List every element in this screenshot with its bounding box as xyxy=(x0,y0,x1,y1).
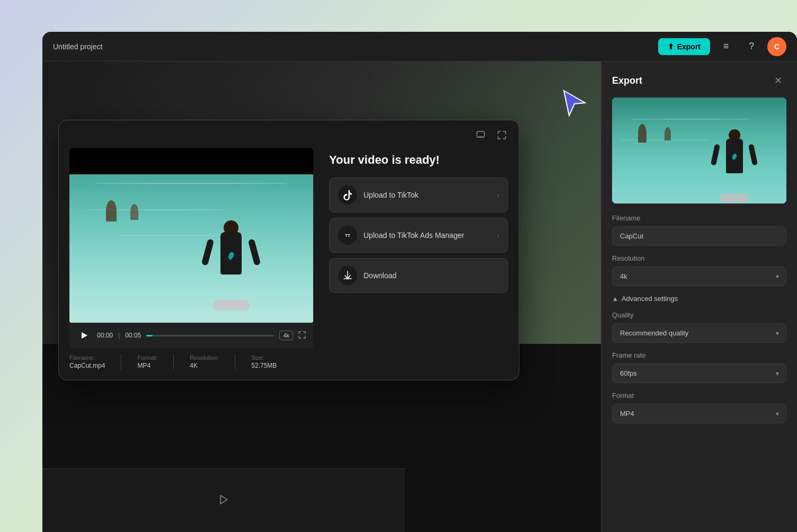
frame-rate-section: Frame rate 60fps 30fps 24fps ▾ xyxy=(612,351,786,383)
filename-settings-label: Filename xyxy=(612,214,786,222)
preview-dialog: 00:00 | 00:05 4k xyxy=(58,120,519,380)
download-label: Download xyxy=(364,271,499,280)
current-time: 00:00 xyxy=(97,332,113,339)
tiktok-arrow-icon: › xyxy=(497,191,499,199)
thumbnail-scene xyxy=(612,97,786,203)
format-settings-label: Format xyxy=(612,392,786,400)
frame-rate-select-wrapper: 60fps 30fps 24fps ▾ xyxy=(612,363,786,383)
download-icon xyxy=(338,266,357,285)
tiktok-icon xyxy=(338,185,357,205)
format-select[interactable]: MP4 MOV AVI xyxy=(612,404,786,423)
format-section: Format MP4 MOV AVI ▾ xyxy=(612,392,786,423)
panel-thumbnail xyxy=(612,97,786,203)
time-separator: | xyxy=(118,332,120,339)
settings-section: Filename Resolution 4k 1080p 720p 480p ▾ xyxy=(601,214,797,423)
video-controls: 00:00 | 00:05 4k xyxy=(69,323,313,348)
download-button[interactable]: Download xyxy=(329,258,508,293)
quality-settings-label: Quality xyxy=(612,311,786,319)
quality-section: Quality Recommended quality High quality… xyxy=(612,311,786,343)
quality-badge: 4k xyxy=(279,331,293,340)
app-window: Untitled project ⬆ Export ≡ ? C xyxy=(42,32,797,532)
user-avatar-button[interactable]: C xyxy=(767,37,786,56)
queue-icon: ≡ xyxy=(723,41,729,52)
timeline-play-button[interactable] xyxy=(218,493,229,508)
fullscreen-button[interactable] xyxy=(298,331,306,340)
advanced-settings-toggle[interactable]: ▲ Advanced settings xyxy=(612,295,678,303)
panel-header: Export ✕ xyxy=(601,61,797,97)
progress-bar[interactable] xyxy=(146,335,274,336)
queue-icon-button[interactable]: ≡ xyxy=(716,37,736,56)
quality-select[interactable]: Recommended quality High quality Medium … xyxy=(612,323,786,343)
divider-1 xyxy=(121,354,121,369)
divider-3 xyxy=(235,354,235,369)
filename-value: CapCut.mp4 xyxy=(69,362,105,369)
video-preview: 00:00 | 00:05 4k xyxy=(69,148,313,369)
resolution-label: Resolution: xyxy=(190,354,219,361)
upload-tiktok-button[interactable]: Upload to TikTok › xyxy=(329,178,508,212)
dialog-header xyxy=(59,120,519,148)
format-select-wrapper: MP4 MOV AVI ▾ xyxy=(612,404,786,423)
filename-section: Filename xyxy=(612,214,786,254)
tiktok-label: Upload to TikTok xyxy=(364,191,490,199)
resolution-select-wrapper: 4k 1080p 720p 480p ▾ xyxy=(612,267,786,286)
close-button[interactable]: ✕ xyxy=(769,72,786,89)
top-bar-left: Untitled project xyxy=(53,42,102,51)
surf-scene xyxy=(69,148,313,323)
resolution-info: Resolution: 4K xyxy=(190,354,219,369)
tiktok-ads-arrow-icon: › xyxy=(497,231,499,240)
top-bar: Untitled project ⬆ Export ≡ ? C xyxy=(42,32,797,61)
size-value: 52.75MB xyxy=(251,362,277,369)
upload-icon: ⬆ xyxy=(668,42,674,51)
divider-2 xyxy=(173,354,174,369)
export-button[interactable]: ⬆ Export xyxy=(658,38,710,55)
filename-info: Filename: CapCut.mp4 xyxy=(69,354,105,369)
help-icon: ? xyxy=(749,41,754,52)
editor-area: 00:00 | 00:05 4k xyxy=(42,61,601,532)
panel-title: Export xyxy=(612,75,642,86)
comment-icon-button[interactable] xyxy=(472,127,489,144)
filename-label: Filename: xyxy=(69,354,105,361)
resolution-section: Resolution 4k 1080p 720p 480p ▾ xyxy=(612,254,786,286)
frame-rate-label: Frame rate xyxy=(612,351,786,359)
progress-fill xyxy=(146,335,153,336)
svg-marker-1 xyxy=(82,332,87,339)
svg-text:TT: TT xyxy=(345,233,350,238)
resolution-select[interactable]: 4k 1080p 720p 480p xyxy=(612,267,786,286)
format-info: Format: MP4 xyxy=(137,354,157,369)
bottom-timeline xyxy=(42,468,405,532)
quality-select-wrapper: Recommended quality High quality Medium … xyxy=(612,323,786,343)
dialog-body: 00:00 | 00:05 4k xyxy=(59,148,519,380)
main-content: 00:00 | 00:05 4k xyxy=(42,61,797,532)
tiktok-ads-icon: TT xyxy=(338,226,357,245)
size-label: Size: xyxy=(251,354,277,361)
total-time: 00:05 xyxy=(125,332,141,339)
resolution-value: 4K xyxy=(190,362,219,369)
filename-input[interactable] xyxy=(612,226,786,246)
project-title: Untitled project xyxy=(53,42,102,51)
size-info: Size: 52.75MB xyxy=(251,354,277,369)
video-actions: Your video is ready! Upload to TikTok › xyxy=(329,148,508,369)
resolution-settings-label: Resolution xyxy=(612,254,786,262)
frame-rate-select[interactable]: 60fps 30fps 24fps xyxy=(612,363,786,383)
upload-tiktok-ads-button[interactable]: TT Upload to TikTok Ads Manager › xyxy=(329,218,508,253)
expand-icon-button[interactable] xyxy=(493,127,510,144)
help-icon-button[interactable]: ? xyxy=(742,37,761,56)
video-frame xyxy=(69,148,313,323)
play-button[interactable] xyxy=(77,328,92,343)
chevron-up-icon: ▲ xyxy=(612,295,618,303)
video-ready-title: Your video is ready! xyxy=(329,153,508,167)
format-label: Format: xyxy=(137,354,157,361)
svg-marker-4 xyxy=(220,495,227,504)
export-panel: Export ✕ xyxy=(601,61,797,532)
tiktok-ads-label: Upload to TikTok Ads Manager xyxy=(364,231,490,240)
file-info: Filename: CapCut.mp4 Format: MP4 Resolut… xyxy=(69,348,313,369)
top-bar-right: ⬆ Export ≡ ? C xyxy=(658,37,786,56)
format-value: MP4 xyxy=(137,362,157,369)
